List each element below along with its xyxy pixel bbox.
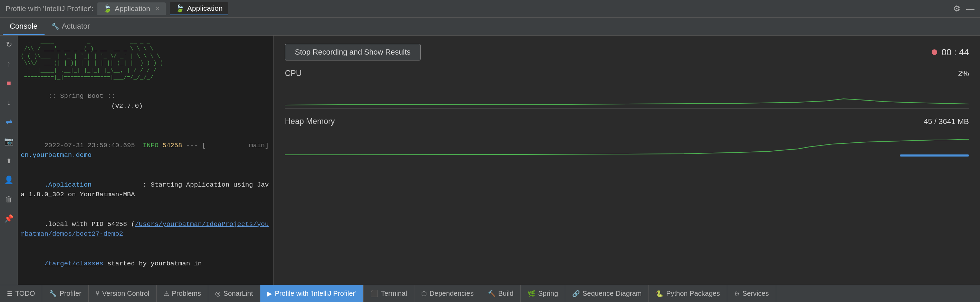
python-label: Python Packages xyxy=(666,289,720,297)
minimize-icon[interactable]: — xyxy=(966,4,974,13)
deps-icon: ⬡ xyxy=(421,290,427,297)
sonarlint-icon: ◎ xyxy=(215,290,221,297)
log-line-1: 2022-07-31 23:59:40.695 INFO 54258 --- [… xyxy=(21,131,271,170)
spring-label: Spring xyxy=(538,289,558,297)
vcs-icon: ⑂ xyxy=(95,290,99,297)
cpu-section: CPU 2% xyxy=(285,69,969,109)
title-bar-right: ⚙ — xyxy=(953,4,974,13)
todo-icon: ☰ xyxy=(7,290,13,297)
run-profile-label: Profile with 'IntelliJ Profiler' xyxy=(275,289,357,297)
status-profiler[interactable]: 🔧 Profiler xyxy=(42,285,88,302)
services-icon: ⚙ xyxy=(734,290,740,297)
inactive-tab-label: Application xyxy=(115,5,150,13)
log-line-1b: .Application : Starting Application usin… xyxy=(21,170,271,209)
delete-icon[interactable]: 🗑 xyxy=(3,193,15,206)
timer-section: 00 : 44 xyxy=(932,47,969,58)
cpu-label: CPU xyxy=(285,69,302,78)
vcs-label: Version Control xyxy=(102,289,150,297)
heap-chart-svg xyxy=(285,129,969,157)
timer-value: 00 : 44 xyxy=(941,47,969,58)
terminal-label: Terminal xyxy=(381,289,407,297)
problems-icon: ⚠ xyxy=(164,290,169,297)
profiler-label: Profiler xyxy=(59,289,81,297)
console-tab-label: Console xyxy=(10,22,38,31)
tab-console[interactable]: Console xyxy=(3,18,45,35)
run-profile-icon: ▶ xyxy=(267,290,272,297)
terminal-icon: ⬛ xyxy=(371,290,378,297)
title-bar-left: Profile with 'IntelliJ Profiler': 🍃 Appl… xyxy=(6,2,228,15)
heap-chart xyxy=(285,129,969,157)
ascii-art: . ____ _ __ _ _ /\\ / ___'_ __ _ _(_)_ _… xyxy=(21,38,271,81)
profile-label: Profile with 'IntelliJ Profiler': xyxy=(6,5,93,13)
actuator-tab-label: Actuator xyxy=(62,22,90,31)
main-content: ↻ ↑ ■ ↓ ⇌ 📷 ⬆ 👤 🗑 📌 . ____ _ __ _ _ /\\ … xyxy=(0,35,980,285)
status-profile-run[interactable]: ▶ Profile with 'IntelliJ Profiler' xyxy=(260,285,364,302)
status-spring[interactable]: 🌿 Spring xyxy=(521,285,565,302)
sequence-label: Sequence Diagram xyxy=(582,289,641,297)
log-line-1d: /target/classes started by yourbatman in xyxy=(21,249,271,278)
status-bar: ☰ TODO 🔧 Profiler ⑂ Version Control ⚠ Pr… xyxy=(0,285,980,302)
cpu-chart xyxy=(285,81,969,109)
status-sequence-diagram[interactable]: 🔗 Sequence Diagram xyxy=(565,285,649,302)
tab-application-inactive[interactable]: 🍃 Application ✕ xyxy=(97,2,166,15)
heap-label: Heap Memory xyxy=(285,117,335,126)
profiler-icon: 🔧 xyxy=(49,290,57,297)
status-todo[interactable]: ☰ TODO xyxy=(0,285,42,302)
heap-scrollbar[interactable] xyxy=(900,155,969,157)
pin-icon[interactable]: 📌 xyxy=(3,213,15,225)
build-label: Build xyxy=(498,289,514,297)
tab-application-active[interactable]: 🍃 Application xyxy=(170,2,228,15)
user-icon[interactable]: 👤 xyxy=(3,174,15,186)
log-line-1e: /Users/yourbatman/IdeaProjects/yourbatma… xyxy=(21,278,271,285)
python-icon: 🐍 xyxy=(656,290,663,297)
heap-header-row: Heap Memory 45 / 3641 MB xyxy=(285,117,969,126)
settings-icon[interactable]: ⚙ xyxy=(953,4,961,13)
stop-icon[interactable]: ■ xyxy=(3,77,15,89)
status-sonarlint[interactable]: ◎ SonarLint xyxy=(208,285,260,302)
heap-section: Heap Memory 45 / 3641 MB xyxy=(285,117,969,157)
refresh-icon[interactable]: ↻ xyxy=(3,38,15,51)
sequence-icon: 🔗 xyxy=(572,290,580,297)
cpu-header-row: CPU 2% xyxy=(285,69,969,78)
close-tab-icon[interactable]: ✕ xyxy=(155,5,160,13)
status-build[interactable]: 🔨 Build xyxy=(481,285,521,302)
sidebar: ↻ ↑ ■ ↓ ⇌ 📷 ⬆ 👤 🗑 📌 xyxy=(0,35,18,285)
deps-label: Dependencies xyxy=(430,289,474,297)
tab-bar: Console 🔧 Actuator xyxy=(0,18,980,35)
sonarlint-label: SonarLint xyxy=(223,289,253,297)
status-terminal[interactable]: ⬛ Terminal xyxy=(364,285,414,302)
problems-label: Problems xyxy=(172,289,201,297)
todo-label: TODO xyxy=(15,289,35,297)
right-panel: Stop Recording and Show Results 00 : 44 … xyxy=(274,35,980,285)
log-line-1c: .local with PID 54258 (/Users/yourbatman… xyxy=(21,209,271,249)
status-problems[interactable]: ⚠ Problems xyxy=(157,285,208,302)
services-label: Services xyxy=(743,289,769,297)
import-icon[interactable]: ⬆ xyxy=(3,155,15,167)
scroll-up-icon[interactable]: ↑ xyxy=(3,58,15,70)
title-bar: Profile with 'IntelliJ Profiler': 🍃 Appl… xyxy=(0,0,980,18)
status-python-packages[interactable]: 🐍 Python Packages xyxy=(649,285,727,302)
tab-actuator[interactable]: 🔧 Actuator xyxy=(45,18,97,35)
heap-value: 45 / 3641 MB xyxy=(924,117,969,126)
status-services[interactable]: ⚙ Services xyxy=(727,285,776,302)
recording-indicator xyxy=(932,50,937,55)
status-dependencies[interactable]: ⬡ Dependencies xyxy=(414,285,481,302)
cpu-value: 2% xyxy=(958,69,969,78)
spring-icon: 🌿 xyxy=(528,290,535,297)
active-tab-label: Application xyxy=(187,4,223,13)
cpu-chart-svg xyxy=(285,81,969,109)
spring-boot-banner: :: Spring Boot :: (v2.7.0) xyxy=(21,81,271,121)
console-panel[interactable]: . ____ _ __ _ _ /\\ / ___'_ __ _ _(_)_ _… xyxy=(18,35,274,285)
status-version-control[interactable]: ⑂ Version Control xyxy=(89,285,157,302)
stop-recording-button[interactable]: Stop Recording and Show Results xyxy=(285,44,421,61)
wrap-icon[interactable]: ⇌ xyxy=(3,116,15,128)
scroll-down-icon[interactable]: ↓ xyxy=(3,96,15,109)
camera-icon[interactable]: 📷 xyxy=(3,135,15,147)
build-icon: 🔨 xyxy=(488,290,496,297)
